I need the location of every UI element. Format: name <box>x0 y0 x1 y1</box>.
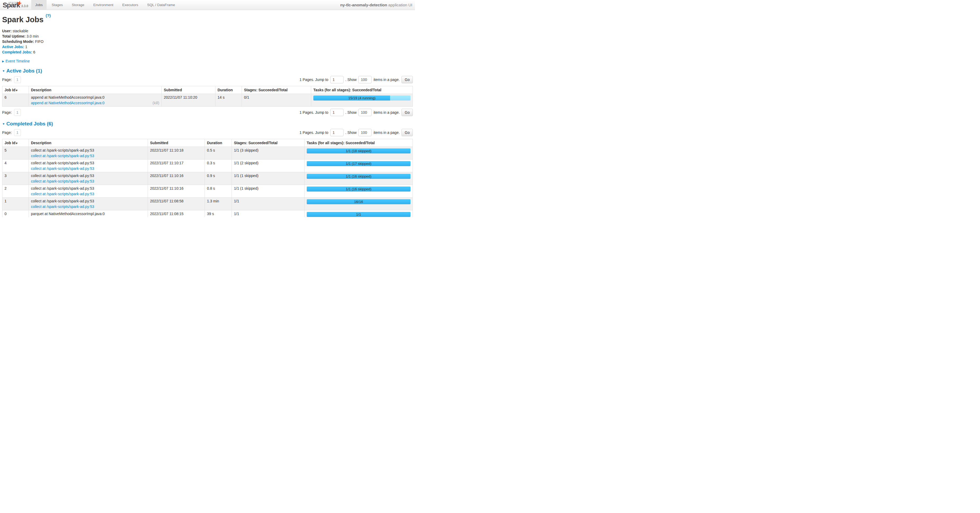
header-submitted[interactable]: Submitted <box>162 86 215 94</box>
jump-to-page-input[interactable] <box>330 76 344 83</box>
duration-cell: 39 s <box>205 210 232 217</box>
kill-link[interactable]: (kill) <box>153 101 159 105</box>
stages-cell: 1/1 <box>232 210 305 217</box>
progress-label: 16/16 <box>307 199 410 204</box>
application-name: ny-tlc-anomaly-detection <box>340 3 387 7</box>
stages-cell: 1/1 <box>232 197 305 210</box>
description-cell: parquet at NativeMethodAccessorImpl.java… <box>29 210 148 217</box>
page-label: Page: <box>2 110 12 114</box>
progress-label: 1/1 (16 skipped) <box>307 186 410 192</box>
tasks-progress-bar: 1/1 (16 skipped) <box>307 186 410 192</box>
header-tasks[interactable]: Tasks (for all stages): Succeeded/Total <box>305 139 413 146</box>
application-title: ny-tlc-anomaly-detection application UI <box>340 3 412 7</box>
job-id-cell: 6 <box>2 94 29 106</box>
table-row: 3 collect at /spark-scripts/spark-ad.py:… <box>2 172 413 185</box>
tasks-progress-bar: 1/1 (18 skipped) <box>307 148 410 154</box>
chevron-down-icon: ▼ <box>2 69 5 73</box>
job-id-cell: 3 <box>2 172 29 185</box>
description-text: collect at /spark-scripts/spark-ad.py:53 <box>31 199 146 203</box>
header-duration[interactable]: Duration <box>215 86 242 94</box>
header-tasks[interactable]: Tasks (for all stages): Succeeded/Total <box>311 86 413 94</box>
job-detail-link[interactable]: collect at /spark-scripts/spark-ad.py:53 <box>31 167 94 171</box>
tab-environment[interactable]: Environment <box>89 0 117 10</box>
active-jobs-link[interactable]: Active Jobs: <box>2 45 24 49</box>
description-text: collect at /spark-scripts/spark-ad.py:53 <box>31 148 146 152</box>
description-cell: collect at /spark-scripts/spark-ad.py:53… <box>29 172 148 185</box>
description-text: collect at /spark-scripts/spark-ad.py:53 <box>31 186 146 191</box>
job-id-cell: 1 <box>2 197 29 210</box>
header-job-id[interactable]: Job Id▾ <box>2 86 29 94</box>
header-stages[interactable]: Stages: Succeeded/Total <box>242 86 311 94</box>
tasks-progress-bar: 1/1 (16 skipped) <box>307 174 410 179</box>
completed-jobs-heading[interactable]: ▼Completed Jobs (6) <box>2 121 413 127</box>
tab-storage[interactable]: Storage <box>68 0 88 10</box>
items-per-page-input[interactable] <box>358 76 372 83</box>
go-button[interactable]: Go <box>401 76 413 83</box>
submitted-cell: 2022/11/07 11:08:58 <box>148 197 205 210</box>
progress-label: 1/1 (17 skipped) <box>307 161 410 166</box>
items-per-page-input[interactable] <box>358 109 372 116</box>
chevron-down-icon: ▼ <box>2 122 5 125</box>
job-detail-link[interactable]: parquet at NativeMethodAccessorImpl.java… <box>31 217 105 218</box>
job-detail-link[interactable]: collect at /spark-scripts/spark-ad.py:53 <box>31 154 94 158</box>
tasks-progress-bar: 15/19 (4 running) <box>313 95 410 100</box>
summary-scheduling-mode: Scheduling Mode: FIFO <box>2 40 413 44</box>
tab-executors[interactable]: Executors <box>118 0 142 10</box>
event-timeline-label: Event Timeline <box>6 59 30 63</box>
completed-jobs-link[interactable]: Completed Jobs: <box>2 50 32 54</box>
go-button[interactable]: Go <box>401 109 413 116</box>
job-detail-link[interactable]: collect at /spark-scripts/spark-ad.py:53 <box>31 205 94 209</box>
tasks-cell: 1/1 <box>305 210 413 217</box>
stages-cell: 1/1 (3 skipped) <box>232 146 305 159</box>
tab-stages[interactable]: Stages <box>48 0 67 10</box>
tab-sql-dataframe[interactable]: SQL / DataFrame <box>143 0 179 10</box>
description-cell: collect at /spark-scripts/spark-ad.py:53… <box>29 146 148 159</box>
jump-to-page-input[interactable] <box>330 109 344 116</box>
job-id-cell: 4 <box>2 159 29 172</box>
header-stages[interactable]: Stages: Succeeded/Total <box>232 139 305 146</box>
page-title: Spark Jobs (?) <box>2 15 413 24</box>
active-jobs-heading[interactable]: ▼Active Jobs (1) <box>2 68 413 74</box>
page-label: Page: <box>2 130 12 135</box>
items-per-page-input[interactable] <box>358 129 372 136</box>
header-description[interactable]: Description <box>29 86 162 94</box>
summary-completed-jobs: Completed Jobs: 6 <box>2 50 413 55</box>
table-row: 6 append at NativeMethodAccessorImpl.jav… <box>2 94 413 106</box>
job-detail-link[interactable]: append at NativeMethodAccessorImpl.java:… <box>31 101 105 105</box>
pages-text: 1 Pages. Jump to <box>299 130 328 135</box>
items-text: items in a page. <box>374 130 399 135</box>
jump-to-page-input[interactable] <box>330 129 344 136</box>
summary-user: User: stackable <box>2 29 413 33</box>
items-text: items in a page. <box>374 110 399 114</box>
description-cell: collect at /spark-scripts/spark-ad.py:53… <box>29 159 148 172</box>
page-label: Page: <box>2 78 12 82</box>
job-detail-link[interactable]: collect at /spark-scripts/spark-ad.py:53 <box>31 179 94 183</box>
header-submitted[interactable]: Submitted <box>148 139 205 146</box>
header-duration[interactable]: Duration <box>205 139 232 146</box>
items-text: items in a page. <box>374 78 399 82</box>
job-detail-link[interactable]: collect at /spark-scripts/spark-ad.py:53 <box>31 192 94 196</box>
table-row: 5 collect at /spark-scripts/spark-ad.py:… <box>2 146 413 159</box>
tasks-cell: 15/19 (4 running) <box>311 94 413 106</box>
event-timeline-toggle[interactable]: ▶Event Timeline <box>2 59 413 63</box>
go-button[interactable]: Go <box>401 129 413 136</box>
description-text: collect at /spark-scripts/spark-ad.py:53 <box>31 173 146 178</box>
sort-desc-icon: ▾ <box>16 89 18 92</box>
submitted-cell: 2022/11/07 11:10:16 <box>148 185 205 197</box>
tab-jobs[interactable]: Jobs <box>31 0 47 10</box>
current-page-box: 1 <box>14 109 21 116</box>
tasks-cell: 1/1 (18 skipped) <box>305 146 413 159</box>
active-jobs-pagination-bottom: Page: 1 1 Pages. Jump to . Show items in… <box>2 109 413 116</box>
tasks-progress-bar: 1/1 <box>307 212 410 217</box>
duration-cell: 0.8 s <box>205 185 232 197</box>
tasks-cell: 1/1 (16 skipped) <box>305 172 413 185</box>
header-description[interactable]: Description <box>29 139 148 146</box>
progress-label: 1/1 (18 skipped) <box>307 148 410 154</box>
header-job-id[interactable]: Job Id▾ <box>2 139 29 146</box>
show-text: . Show <box>345 110 357 114</box>
help-link[interactable]: (?) <box>46 13 51 18</box>
completed-jobs-pagination-top: Page: 1 1 Pages. Jump to . Show items in… <box>2 129 413 136</box>
progress-label: 1/1 <box>307 212 410 217</box>
stages-cell: 1/1 (2 skipped) <box>232 159 305 172</box>
submitted-cell: 2022/11/07 11:08:15 <box>148 210 205 217</box>
